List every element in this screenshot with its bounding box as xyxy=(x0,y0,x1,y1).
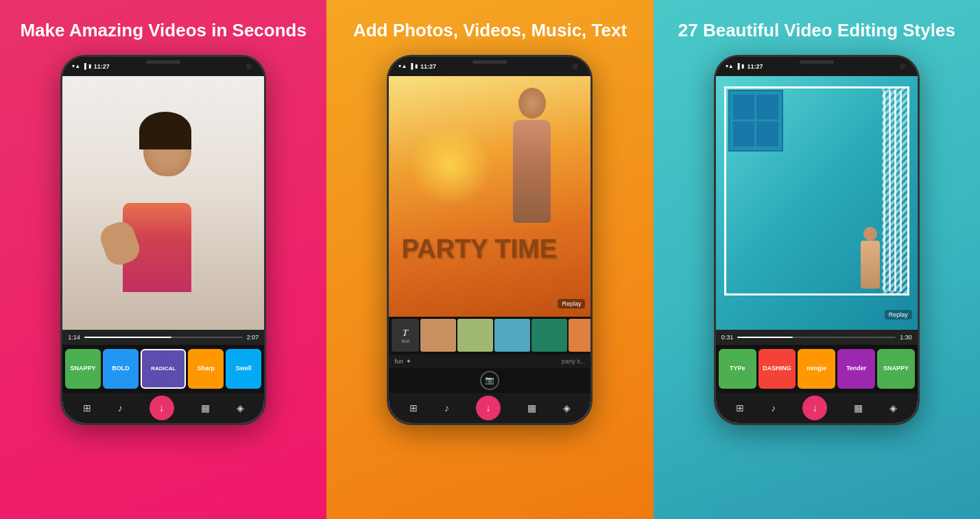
download-icon-3: ↓ xyxy=(813,402,817,413)
text-input-label: party ti... xyxy=(562,358,586,365)
window-decor xyxy=(728,90,783,152)
status-time-1: 11:27 xyxy=(94,63,110,70)
wifi-icon: ▾▲ xyxy=(72,63,80,69)
download-icon-1: ↓ xyxy=(159,402,164,413)
camera-add-row[interactable]: 📷 xyxy=(389,368,590,393)
phone-3-camera xyxy=(900,64,905,69)
window-pane-4 xyxy=(756,121,778,147)
party-body xyxy=(513,120,551,223)
nav-gallery-icon-2[interactable]: ▦ xyxy=(527,402,536,413)
panel-2: Add Photos, Videos, Music, Text ▾▲ ▐ ▮ 1… xyxy=(326,0,653,519)
style-dashing-3[interactable]: DASHING xyxy=(758,349,796,389)
panel-1-title: Make Amazing Videos in Seconds xyxy=(20,19,307,43)
style-label-tender-3: Tender xyxy=(846,365,866,372)
media-thumb-1[interactable] xyxy=(420,319,456,352)
nav-add-icon-3[interactable]: ⊞ xyxy=(736,402,744,413)
style-snappy-3[interactable]: SNAPPY xyxy=(877,349,915,389)
style-label-snappy-3: SNAPPY xyxy=(883,365,909,372)
phone-2-speaker xyxy=(473,60,507,64)
add-text-btn[interactable]: 𝑇 text xyxy=(392,319,419,352)
status-bar-2: ▾▲ ▐ ▮ 11:27 xyxy=(398,57,436,76)
text-icon: 𝑇 xyxy=(403,327,408,339)
status-bar-3: ▾▲ ▐ ▮ 11:27 xyxy=(726,57,763,76)
window-grid xyxy=(733,95,778,147)
style-label-dashing-3: DASHING xyxy=(763,365,791,372)
status-icons-3: ▾▲ ▐ ▮ xyxy=(726,63,745,69)
phone-1: ▾▲ ▐ ▮ 11:27 xyxy=(60,55,266,425)
timeline-progress-3 xyxy=(737,337,896,338)
person-figure-3 xyxy=(861,227,880,289)
nav-add-icon-2[interactable]: ⊞ xyxy=(409,402,418,413)
media-thumb-3[interactable] xyxy=(494,319,530,352)
battery-icon: ▮ xyxy=(88,63,91,69)
signal-icon-3: ▐ xyxy=(736,63,740,69)
time-start-1: 1:14 xyxy=(68,334,80,341)
camera-icon[interactable]: 📷 xyxy=(480,371,499,390)
nav-gallery-icon-3[interactable]: ▦ xyxy=(854,402,863,413)
phone-2-media-strip[interactable]: 𝑇 text xyxy=(389,317,590,354)
sun-glow xyxy=(409,124,492,206)
media-thumb-2[interactable] xyxy=(457,319,493,352)
nav-music-icon-1[interactable]: ♪ xyxy=(118,402,123,413)
battery-icon-3: ▮ xyxy=(741,63,744,69)
media-thumb-5[interactable] xyxy=(569,319,590,352)
phone-3-screen: Replay 0:31 1:30 TYPe DASHING xyxy=(716,76,918,423)
vertical-lines xyxy=(881,88,907,293)
phone-1-photo xyxy=(62,76,264,330)
person-hair-1 xyxy=(139,112,191,149)
party-bg: PARTY TIME Replay xyxy=(389,76,590,317)
media-thumb-4[interactable] xyxy=(531,319,567,352)
p3-head xyxy=(863,227,877,241)
nav-palette-icon-1[interactable]: ◈ xyxy=(237,402,244,413)
download-button-3[interactable]: ↓ xyxy=(802,396,827,420)
time-end-1: 2:07 xyxy=(247,334,259,341)
phone-3-styles[interactable]: TYPe DASHING mingie Tender SNAPPY xyxy=(716,345,918,393)
phone-1-camera xyxy=(246,64,252,69)
style-tender-3[interactable]: Tender xyxy=(837,349,875,389)
panel-3-title: 27 Beautiful Video Editing Styles xyxy=(678,19,955,43)
style-snappy-1[interactable]: SNAPPY xyxy=(65,349,101,389)
phone-1-timeline: 1:14 2:07 xyxy=(62,330,264,345)
style-label-sharp-1: Sharp xyxy=(198,365,215,372)
nav-add-icon-1[interactable]: ⊞ xyxy=(83,402,91,413)
nav-palette-icon-2[interactable]: ◈ xyxy=(563,402,571,413)
wifi-icon-3: ▾▲ xyxy=(726,63,734,69)
style-label-radical-1: RADICAL xyxy=(151,365,176,372)
download-button-1[interactable]: ↓ xyxy=(150,396,174,420)
style-swell-1[interactable]: Swell xyxy=(226,349,261,389)
phone-1-status-bar: ▾▲ ▐ ▮ 11:27 xyxy=(62,57,264,76)
fun-label-row: fun ✦ party ti... xyxy=(389,354,590,368)
party-person xyxy=(513,88,551,225)
style-bold-1[interactable]: BOLD xyxy=(103,349,139,389)
status-bar-1: ▾▲ ▐ ▮ 11:27 xyxy=(72,57,110,76)
signal-icon: ▐ xyxy=(82,63,86,69)
vline-4 xyxy=(900,90,902,291)
timeline-fill-3 xyxy=(737,337,793,338)
replay-badge-3: Replay xyxy=(885,310,912,319)
style-sharp-1[interactable]: Sharp xyxy=(188,349,224,389)
window-pane-1 xyxy=(733,95,755,120)
timeline-fill-1 xyxy=(84,337,171,338)
download-icon-2: ↓ xyxy=(486,402,490,413)
timeline-progress-1 xyxy=(84,337,243,338)
nav-gallery-icon-1[interactable]: ▦ xyxy=(201,402,210,413)
phone-1-styles[interactable]: SNAPPY BOLD RADICAL Sharp Swell xyxy=(62,345,264,393)
phone-1-bottom-nav: ⊞ ♪ ↓ ▦ ◈ xyxy=(62,393,264,423)
radical-diamond: RADICAL xyxy=(147,352,180,385)
text-label: text xyxy=(402,339,409,343)
phone-2-bottom-nav: ⊞ ♪ ↓ ▦ ◈ xyxy=(389,393,590,423)
style-radical-1[interactable]: RADICAL xyxy=(141,349,186,389)
nav-palette-icon-3[interactable]: ◈ xyxy=(889,402,897,413)
style-type-3[interactable]: TYPe xyxy=(719,349,756,389)
replay-badge-2: Replay xyxy=(558,299,585,309)
phone-2-photo: PARTY TIME Replay xyxy=(389,76,590,317)
download-button-2[interactable]: ↓ xyxy=(476,396,501,420)
nav-music-icon-3[interactable]: ♪ xyxy=(771,402,776,413)
style-mingie-3[interactable]: mingie xyxy=(798,349,835,389)
phone-2-screen: PARTY TIME Replay 𝑇 text fun xyxy=(389,76,590,423)
time-end-3: 1:30 xyxy=(900,334,912,341)
phone-1-screen: 1:14 2:07 SNAPPY BOLD RADICAL xyxy=(62,76,264,423)
nav-music-icon-2[interactable]: ♪ xyxy=(444,402,449,413)
status-time-3: 11:27 xyxy=(747,63,763,70)
party-text: PARTY TIME xyxy=(401,236,557,262)
